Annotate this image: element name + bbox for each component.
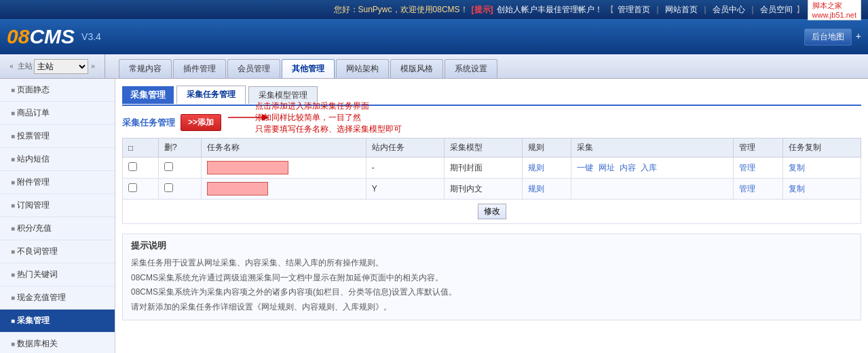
back-map-area: 后台地图 + [804,29,861,45]
tab-system[interactable]: 系统设置 [445,59,497,78]
tab-template[interactable]: 模版风格 [390,59,443,78]
link-member-center[interactable]: 会员中心 [713,4,745,16]
row1-collect-content[interactable]: 内容 [620,163,636,172]
prompt-text: 创始人帐户丰最佳管理帐户！ [497,4,603,16]
tab-plugin[interactable]: 插件管理 [173,59,226,78]
modify-button[interactable]: 修改 [478,204,506,219]
col-manage: 管理 [734,138,783,157]
sidebar-item-subscribe[interactable]: 订阅管理 [0,194,115,217]
row1-collect-import[interactable]: 入库 [641,163,657,172]
annotation-text: 点击添加进入添加采集任务界面 添加同样比较简单，一目了然 只需要填写任务名称、选… [255,100,402,135]
tips-line3: 08CMS采集系统许为采集内容项之外的诸多内容项(如栏目、分类等信息)设置入库默… [131,285,852,300]
link-member-space[interactable]: 会员空间 [760,4,793,16]
row1-rule-link[interactable]: 规则 [528,163,544,172]
row1-name-input[interactable] [207,161,288,174]
prompt-label: [提示] [472,4,493,16]
section-header: 采集任务管理 >>添加 点击添加进入添加采集任务界面 添加同样比较简单，一目了然… [122,114,861,131]
row2-manage-link[interactable]: 管理 [739,184,755,193]
tab-member[interactable]: 会员管理 [227,59,280,78]
row2-copy-link[interactable]: 复制 [789,184,805,193]
logo-08: 08 [7,25,29,48]
nav-bar: « 主站 主站 » 常规内容 插件管理 会员管理 其他管理 网站架构 模版风格 … [0,54,868,79]
row2-rule-link[interactable]: 规则 [528,184,544,193]
row2-copy: 复制 [782,179,861,200]
site-label: 主站 [18,61,33,71]
row2-del-checkbox[interactable] [164,183,173,192]
logo-cms: CMS [29,25,75,48]
row1-del-checkbox[interactable] [164,162,173,171]
section-title: 采集任务管理 [122,117,175,129]
row1-collect-url[interactable]: 网址 [599,163,615,172]
annotation-area: >>添加 点击添加进入添加采集任务界面 添加同样比较简单，一目了然 只需要填写任… [181,114,221,131]
row2-name-input[interactable] [207,182,268,196]
tab-normal-content[interactable]: 常规内容 [119,59,172,78]
table-row: - 期刊封面 规则 一键 网址 内容 入库 管理 复制 [123,157,861,179]
site-dropdown[interactable]: 主站 [34,59,88,74]
tab-structure[interactable]: 网站架构 [336,59,389,78]
greeting-text: 您好：SunPywc，欢迎使用08CMS！ [334,4,468,16]
row2-manage: 管理 [734,179,783,200]
sidebar-item-database[interactable]: 数据库相关 [0,333,115,353]
row2-name [202,179,366,200]
nav-arrow-left[interactable]: « [7,62,16,70]
row2-rule: 规则 [522,179,571,200]
annotation-line2: 添加同样比较简单，一目了然 [255,112,402,124]
logo-bar: 08 CMS V3.4 后台地图 + [0,19,868,54]
row1-collect: 一键 网址 内容 入库 [571,157,734,179]
sidebar-item-order[interactable]: 商品订单 [0,102,115,125]
content-area: 采集管理 采集任务管理 采集模型管理 采集任务管理 >>添加 点击添加进入添加采… [115,79,868,353]
watermark-url: www.jb51.net [812,11,856,19]
sub-tab-task[interactable]: 采集任务管理 [176,86,246,105]
logo-area: 08 CMS V3.4 [7,25,101,48]
sidebar: 页面静态 商品订单 投票管理 站内短信 附件管理 订阅管理 积分/充值 不良词管… [0,79,115,353]
col-check: □ [123,138,159,157]
sep3: ｜ [701,4,709,16]
row1-del [159,157,202,179]
row2-checkbox[interactable] [128,183,137,192]
tab-other[interactable]: 其他管理 [282,59,335,78]
tips-line2: 08CMS采集系统允许通过两级追溯采集同一文档中显示在附加延伸页面中的相关内容。 [131,271,852,286]
col-name: 任务名称 [202,138,366,157]
sidebar-item-message[interactable]: 站内短信 [0,148,115,171]
sidebar-item-attachment[interactable]: 附件管理 [0,171,115,194]
row1-copy: 复制 [782,157,861,179]
back-map-button[interactable]: 后台地图 [804,29,852,45]
row2-del [159,179,202,200]
col-inner: 站内任务 [366,138,444,157]
sep5: 】 [796,4,804,16]
task-table: □ 删? 任务名称 站内任务 采集模型 规则 采集 管理 任务复制 - [122,138,861,224]
back-map-plus[interactable]: + [856,31,861,41]
sidebar-item-vote[interactable]: 投票管理 [0,125,115,148]
top-bar: 您好：SunPywc，欢迎使用08CMS！ [提示] 创始人帐户丰最佳管理帐户！… [0,0,868,19]
watermark-badge: 脚本之家 www.jb51.net [808,0,861,20]
row1-copy-link[interactable]: 复制 [789,163,805,172]
row2-check [123,179,159,200]
sidebar-item-badword[interactable]: 不良词管理 [0,240,115,263]
top-bar-right: 您好：SunPywc，欢迎使用08CMS！ [提示] 创始人帐户丰最佳管理帐户！… [334,0,861,20]
row1-collect-yijian[interactable]: 一键 [577,163,593,172]
row1-model: 期刊封面 [444,157,522,179]
tips-title: 提示说明 [131,240,852,252]
row1-name [202,157,366,179]
modify-row: 修改 [123,200,861,224]
sidebar-item-hotkey[interactable]: 热门关键词 [0,263,115,286]
sidebar-item-collect[interactable]: 采集管理 [0,310,115,333]
row2-collect [571,179,734,200]
row2-inner: Y [366,179,444,200]
row2-model: 期刊内文 [444,179,522,200]
link-admin-home[interactable]: 管理首页 [618,4,650,16]
link-site-home[interactable]: 网站首页 [665,4,698,16]
nav-arrow-right[interactable]: » [88,62,98,70]
sidebar-item-page-static[interactable]: 页面静态 [0,79,115,102]
add-button[interactable]: >>添加 [181,114,221,131]
row1-manage-link[interactable]: 管理 [739,163,755,172]
sidebar-item-points[interactable]: 积分/充值 [0,217,115,240]
tips-line1: 采集任务用于设置从网址采集、内容采集、结果入库的所有操作规则。 [131,256,852,271]
col-collect: 采集 [571,138,734,157]
main-tab-label: 采集管理 [122,86,174,104]
sidebar-item-cash[interactable]: 现金充值管理 [0,286,115,310]
nav-tabs: 常规内容 插件管理 会员管理 其他管理 网站架构 模版风格 系统设置 [119,54,497,78]
main-layout: 页面静态 商品订单 投票管理 站内短信 附件管理 订阅管理 积分/充值 不良词管… [0,79,868,353]
row1-check [123,157,159,179]
row1-checkbox[interactable] [128,162,137,171]
